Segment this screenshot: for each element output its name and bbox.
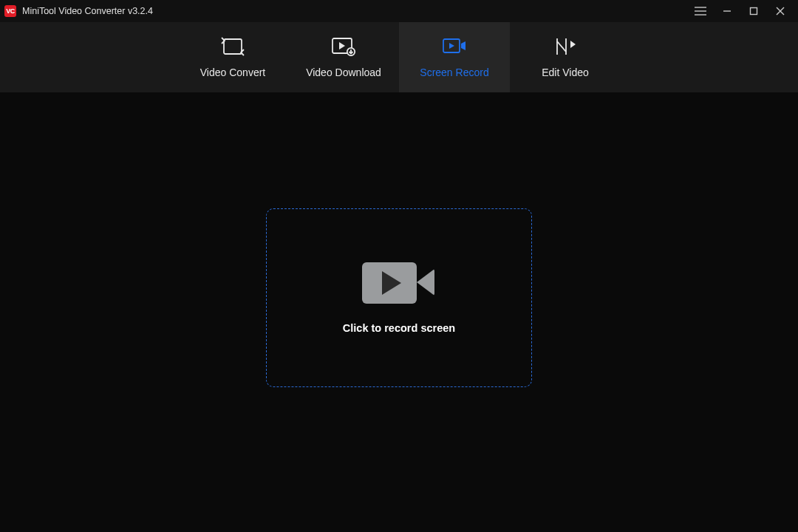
app-logo: VC [4,5,16,17]
svg-marker-14 [570,41,576,48]
record-screen-button[interactable]: Click to record screen [266,208,532,387]
titlebar: VC MiniTool Video Converter v3.2.4 [0,0,798,22]
minimize-icon [723,7,732,16]
app-logo-text: VC [6,7,15,15]
svg-rect-4 [751,8,757,15]
app-title: MiniTool Video Converter v3.2.4 [22,6,153,16]
edit-video-icon [554,37,576,56]
maximize-button[interactable] [740,0,767,22]
tab-edit-video[interactable]: Edit Video [510,22,621,92]
tab-label: Video Download [306,66,381,78]
screen-record-icon [442,37,467,56]
record-screen-label: Click to record screen [343,322,455,334]
maximize-icon [749,7,758,16]
tab-video-convert[interactable]: Video Convert [177,22,288,92]
download-icon [331,37,356,56]
tab-label: Edit Video [542,66,589,78]
tab-video-download[interactable]: Video Download [288,22,399,92]
camera-icon [362,262,436,304]
close-button[interactable] [767,0,794,22]
tab-label: Video Convert [200,66,265,78]
convert-icon [221,37,245,56]
svg-rect-7 [224,39,242,54]
hamburger-menu-button[interactable] [687,0,714,22]
svg-marker-9 [339,42,345,50]
minimize-button[interactable] [714,0,740,22]
hamburger-icon [695,7,706,16]
tab-label: Screen Record [420,66,488,78]
main-tabs: Video Convert Video Download Screen Reco… [0,22,798,92]
main-content: Click to record screen [0,92,798,532]
tab-screen-record[interactable]: Screen Record [399,22,510,92]
svg-marker-13 [449,43,454,49]
close-icon [776,7,785,16]
